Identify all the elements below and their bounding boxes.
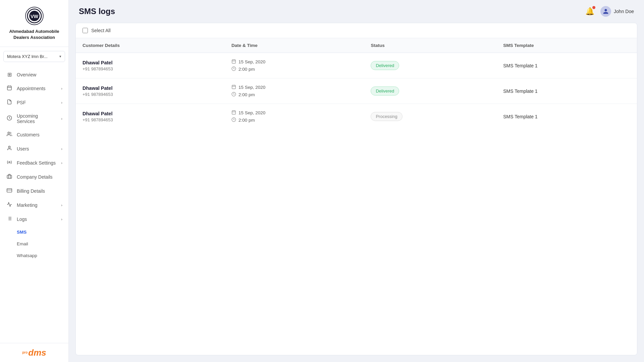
calendar-icon: [231, 84, 236, 90]
users-icon: [6, 145, 13, 152]
status-cell: Delivered: [364, 53, 496, 78]
clock-icon: [231, 117, 236, 123]
svg-point-10: [8, 132, 9, 134]
sidebar-item-label: Customers: [17, 132, 62, 137]
customer-phone: +91 987894653: [83, 92, 218, 97]
sidebar-item-label: Logs: [17, 217, 57, 222]
chevron-icon: ›: [61, 147, 62, 151]
sidebar-item-billing-details[interactable]: Billing Details: [0, 184, 68, 198]
sms-table: Customer Details Date & Time Status SMS …: [76, 38, 637, 129]
sidebar-nav: ⊞ Overview Appointments › PSF › Upcoming…: [0, 66, 68, 343]
date-value: 15 Sep, 2020: [238, 110, 265, 115]
marketing-icon: [6, 202, 13, 208]
sidebar-item-psf[interactable]: PSF ›: [0, 96, 68, 110]
col-status: Status: [364, 38, 496, 53]
page-title: SMS logs: [79, 7, 115, 16]
time-value: 2:00 pm: [238, 67, 255, 72]
company-icon: [6, 174, 13, 180]
sidebar-item-upcoming-services[interactable]: Upcoming Services ›: [0, 110, 68, 128]
table-body: Dhawal Patel +91 987894653 15 Sep, 2020 …: [76, 53, 637, 129]
col-customer-details: Customer Details: [76, 38, 225, 53]
sidebar-item-overview[interactable]: ⊞ Overview: [0, 68, 68, 81]
user-name: John Doe: [614, 9, 634, 14]
col-sms-template: SMS Template: [496, 38, 637, 53]
customer-phone: +91 987894653: [83, 66, 218, 71]
svg-rect-5: [7, 86, 11, 90]
sidebar-item-logs[interactable]: Logs ›: [0, 212, 68, 226]
billing-icon: [6, 188, 13, 194]
select-all-label[interactable]: Select All: [91, 28, 111, 33]
time-value: 2:00 pm: [238, 92, 255, 97]
status-badge: Processing: [371, 112, 402, 121]
sidebar-item-label: Appointments: [17, 86, 57, 91]
svg-rect-13: [7, 175, 11, 178]
dealer-select[interactable]: Motera XYZ lmn Br... ▾: [3, 51, 65, 62]
status-cell: Delivered: [364, 78, 496, 104]
customer-cell: Dhawal Patel +91 987894653: [76, 104, 225, 129]
content-card: Select All Customer Details Date & Time …: [75, 23, 637, 355]
svg-point-12: [9, 162, 10, 163]
sidebar-item-label: Feedback Settings: [17, 160, 57, 166]
status-badge: Delivered: [371, 61, 399, 70]
sidebar-footer: pro dms: [0, 343, 68, 362]
svg-text:VW: VW: [30, 14, 38, 19]
sidebar-item-customers[interactable]: Customers: [0, 128, 68, 142]
chevron-down-icon: ▾: [59, 54, 61, 59]
table-row: Dhawal Patel +91 987894653 15 Sep, 2020 …: [76, 104, 637, 129]
sidebar-sub-item-email[interactable]: Email: [0, 238, 68, 250]
col-datetime: Date & Time: [225, 38, 364, 53]
table-header: Customer Details Date & Time Status SMS …: [76, 38, 637, 53]
overview-icon: ⊞: [6, 71, 13, 78]
sidebar-sub-item-sms[interactable]: SMS: [0, 226, 68, 238]
sms-template-cell: SMS Template 1: [496, 104, 637, 129]
dealer-name: Motera XYZ lmn Br...: [7, 54, 48, 59]
topbar-right: 🔔 John Doe: [585, 6, 634, 17]
time-value: 2:00 pm: [238, 118, 255, 123]
dms-text: dms: [28, 348, 46, 357]
select-all-checkbox[interactable]: [83, 28, 88, 33]
date-value: 15 Sep, 2020: [238, 59, 265, 64]
sidebar-item-label: Users: [17, 146, 57, 152]
brand-name: Ahmedabad Automobile Dealers Association: [5, 28, 63, 41]
sidebar-item-company-details[interactable]: Company Details: [0, 170, 68, 184]
sidebar-item-label: Company Details: [17, 174, 62, 180]
sidebar-item-label: PSF: [17, 100, 57, 105]
notification-button[interactable]: 🔔: [585, 7, 594, 16]
table-row: Dhawal Patel +91 987894653 15 Sep, 2020 …: [76, 53, 637, 78]
status-cell: Processing: [364, 104, 496, 129]
sidebar-item-users[interactable]: Users ›: [0, 142, 68, 156]
main-content: SMS logs 🔔 John Doe Select All Customer …: [69, 0, 644, 362]
topbar: SMS logs 🔔 John Doe: [69, 0, 644, 23]
upcoming-services-icon: [6, 115, 13, 122]
psf-icon: [6, 99, 13, 106]
customer-cell: Dhawal Patel +91 987894653: [76, 53, 225, 78]
clock-icon: [231, 66, 236, 72]
prodms-logo: pro dms: [22, 348, 46, 357]
logs-icon: [6, 216, 13, 223]
appointments-icon: [6, 85, 13, 92]
customer-phone: +91 987894653: [83, 117, 218, 122]
user-profile[interactable]: John Doe: [600, 6, 634, 17]
svg-point-11: [8, 146, 10, 148]
calendar-icon: [231, 110, 236, 116]
sidebar-item-feedback-settings[interactable]: Feedback Settings ›: [0, 156, 68, 170]
table-row: Dhawal Patel +91 987894653 15 Sep, 2020 …: [76, 78, 637, 104]
vw-logo-icon: VW: [25, 7, 44, 25]
customer-name: Dhawal Patel: [83, 60, 218, 65]
chevron-icon: ›: [61, 161, 62, 165]
notification-badge: [592, 6, 595, 9]
calendar-icon: [231, 59, 236, 65]
chevron-icon: ›: [61, 217, 62, 221]
pro-text: pro: [22, 351, 28, 354]
sidebar-item-appointments[interactable]: Appointments ›: [0, 81, 68, 96]
chevron-icon: ›: [61, 203, 62, 207]
sidebar-sub-item-whatsapp[interactable]: Whatsapp: [0, 250, 68, 261]
chevron-icon: ›: [61, 86, 62, 90]
status-badge: Delivered: [371, 86, 399, 96]
feedback-icon: [6, 160, 13, 166]
select-all-row: Select All: [76, 23, 637, 38]
sms-template-cell: SMS Template 1: [496, 78, 637, 104]
sidebar-item-marketing[interactable]: Marketing ›: [0, 198, 68, 212]
sidebar-item-label: Marketing: [17, 202, 57, 208]
datetime-cell: 15 Sep, 2020 2:00 pm: [225, 104, 364, 129]
